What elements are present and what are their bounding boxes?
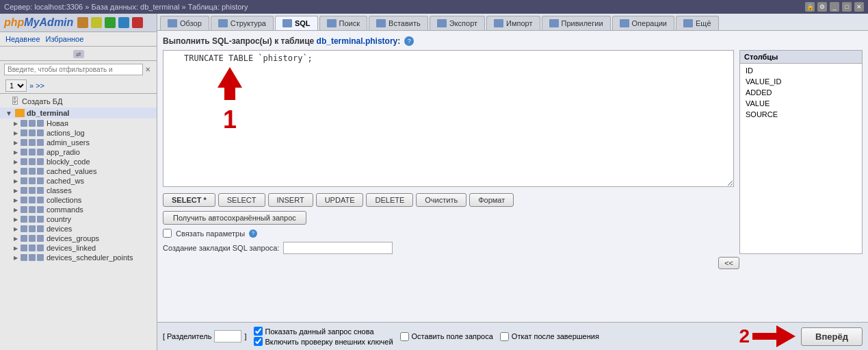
column-item-value[interactable]: VALUE: [740, 98, 862, 109]
maximize-icon[interactable]: □: [842, 2, 852, 12]
select-star-btn[interactable]: SELECT *: [163, 193, 215, 207]
rollback-label: Откат после завершения: [512, 332, 599, 340]
tree-item-devices_scheduler_points[interactable]: ▶devices_scheduler_points: [0, 253, 157, 262]
tree-item-actions_log[interactable]: ▶actions_log: [0, 128, 157, 138]
op3-icon: [37, 235, 44, 242]
tree-item-country[interactable]: ▶country: [0, 214, 157, 224]
tab-привилегии[interactable]: Привилегии: [542, 16, 611, 30]
arrow-right-icon: [752, 325, 795, 347]
sql-title-bar: Выполнить SQL-запрос(ы) к таблице db_ter…: [163, 36, 863, 46]
tab-экспорт[interactable]: Экспорт: [430, 16, 485, 30]
bind-params-row: Связать параметры ?: [163, 229, 734, 238]
tab-ещё[interactable]: Ещё: [676, 16, 719, 30]
tab-sql[interactable]: SQL: [275, 16, 318, 30]
column-item-source[interactable]: SOURCE: [740, 109, 862, 120]
sidebar-icon-row: [77, 17, 143, 28]
op3-icon: [37, 149, 44, 155]
tree-item-devices_groups[interactable]: ▶devices_groups: [0, 234, 157, 243]
settings-icon[interactable]: ⚙: [817, 2, 827, 12]
sql-textarea[interactable]: TRUNCATE TABLE `phistory`;: [163, 50, 734, 187]
format-btn[interactable]: Формат: [469, 193, 514, 207]
clear-btn[interactable]: Очистить: [416, 193, 466, 207]
table-ops-classes: [21, 187, 44, 194]
db-item-db_terminal[interactable]: ▼ db_terminal: [0, 108, 157, 118]
op1-icon: [21, 225, 27, 232]
tree-item-devices[interactable]: ▶devices: [0, 224, 157, 234]
annotation-2: 2: [739, 325, 796, 347]
alert-icon[interactable]: [132, 17, 143, 28]
close-icon[interactable]: ✕: [854, 2, 864, 12]
delimiter-input[interactable]: [214, 330, 241, 342]
expander-icon: ▶: [14, 159, 18, 165]
tree-item-collections[interactable]: ▶collections: [0, 195, 157, 205]
tab-label-экспорт: Экспорт: [449, 19, 477, 27]
tab-операции[interactable]: Операции: [612, 16, 674, 30]
tree-item-classes[interactable]: ▶classes: [0, 186, 157, 195]
select-btn[interactable]: SELECT: [218, 193, 265, 207]
column-item-id[interactable]: ID: [740, 65, 862, 76]
tree-item-label: devices_scheduler_points: [47, 253, 133, 262]
bookmark-input[interactable]: [283, 242, 393, 254]
nav-arrows[interactable]: » >>: [29, 82, 44, 90]
columns-scroll[interactable]: IDVALUE_IDADDEDVALUESOURCE: [740, 64, 862, 187]
tree-item-label: commands: [47, 205, 83, 214]
op1-icon: [21, 206, 27, 213]
column-item-value_id[interactable]: VALUE_ID: [740, 76, 862, 87]
tree-item-label: devices_linked: [47, 244, 96, 252]
tab-поиск[interactable]: Поиск: [319, 16, 367, 30]
minimize-icon[interactable]: _: [830, 2, 839, 12]
tab-импорт[interactable]: Импорт: [486, 16, 540, 30]
op3-icon: [37, 158, 44, 165]
autosave-btn[interactable]: Получить автосохранённый запрос: [163, 211, 306, 225]
refresh-icon[interactable]: [105, 17, 116, 28]
tree-item-cached_ws[interactable]: ▶cached_ws: [0, 176, 157, 186]
favorites-link[interactable]: Избранное: [46, 35, 84, 43]
forward-btn[interactable]: Вперёд: [801, 327, 863, 346]
op3-icon: [37, 177, 44, 184]
filter-clear-btn[interactable]: ✕: [143, 65, 153, 74]
collapse-panel-btn[interactable]: <<: [718, 257, 739, 269]
page-select[interactable]: 1: [5, 79, 27, 92]
keep-field-checkbox[interactable]: [400, 332, 409, 341]
home-icon[interactable]: [77, 17, 88, 28]
update-btn[interactable]: UPDATE: [316, 193, 364, 207]
op2-icon: [29, 149, 36, 155]
tree-item-cached_values[interactable]: ▶cached_values: [0, 166, 157, 176]
tab-обзор[interactable]: Обзор: [160, 16, 209, 30]
create-db-item[interactable]: 🗄 Создать БД: [0, 95, 157, 108]
settings-sidebar-icon[interactable]: [118, 17, 129, 28]
tree-item-Новая[interactable]: ▶Новая: [0, 118, 157, 128]
tree-item-app_radio[interactable]: ▶app_radio: [0, 147, 157, 157]
filter-input[interactable]: [4, 64, 143, 75]
foreign-keys-checkbox[interactable]: [254, 337, 263, 346]
delete-btn[interactable]: DELETE: [366, 193, 413, 207]
new-db-icon: 🗄: [11, 97, 19, 106]
insert-btn[interactable]: INSERT: [268, 193, 313, 207]
tree-item-label: collections: [47, 196, 81, 204]
bind-params-checkbox[interactable]: [163, 229, 172, 238]
title-bar: Сервер: localhost:3306 » База данных: db…: [0, 0, 868, 14]
rollback-checkbox[interactable]: [500, 332, 509, 341]
tab-label-ещё: Ещё: [696, 19, 711, 27]
op2-icon: [29, 168, 36, 175]
tree-item-admin_users[interactable]: ▶admin_users: [0, 138, 157, 147]
bookmark-label: Создание закладки SQL запроса:: [163, 244, 279, 252]
columns-header: Столбцы: [740, 51, 862, 64]
op3-icon: [37, 216, 44, 223]
star-icon[interactable]: [91, 17, 102, 28]
show-query-checkbox[interactable]: [254, 327, 263, 336]
column-item-added[interactable]: ADDED: [740, 87, 862, 98]
expander-icon: ▶: [14, 236, 18, 242]
sql-help-icon[interactable]: ?: [404, 36, 414, 46]
bind-help-icon[interactable]: ?: [249, 229, 257, 238]
tree-item-commands[interactable]: ▶commands: [0, 205, 157, 214]
tree-item-blockly_code[interactable]: ▶blockly_code: [0, 157, 157, 166]
tab-вставить[interactable]: Вставить: [369, 16, 428, 30]
recent-link[interactable]: Недавнее: [5, 35, 40, 43]
tab-label-вставить: Вставить: [389, 19, 421, 27]
op1-icon: [21, 149, 27, 155]
tab-структура[interactable]: Структура: [211, 16, 274, 30]
sql-title: Выполнить SQL-запрос(ы) к таблице db_ter…: [163, 36, 400, 46]
tree-item-devices_linked[interactable]: ▶devices_linked: [0, 243, 157, 253]
main-layout: phpMyAdmin Недавнее Избранное ⇌ ✕ 1: [0, 14, 868, 350]
